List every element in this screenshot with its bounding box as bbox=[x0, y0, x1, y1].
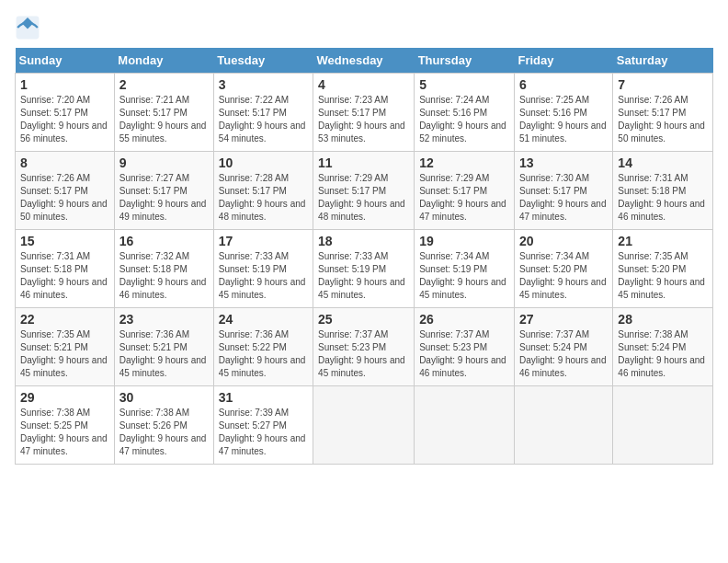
sunrise-label: Sunrise: 7:37 AM bbox=[419, 329, 489, 339]
header bbox=[15, 15, 713, 40]
day-number: 22 bbox=[20, 312, 109, 327]
day-info: Sunrise: 7:23 AM Sunset: 5:17 PM Dayligh… bbox=[318, 94, 409, 145]
daylight-label: Daylight: 9 hours and 46 minutes. bbox=[519, 355, 607, 378]
day-info: Sunrise: 7:35 AM Sunset: 5:20 PM Dayligh… bbox=[618, 250, 708, 302]
day-number: 6 bbox=[519, 77, 608, 92]
week-row: 8 Sunrise: 7:26 AM Sunset: 5:17 PM Dayli… bbox=[16, 152, 713, 230]
week-row: 29 Sunrise: 7:38 AM Sunset: 5:25 PM Dayl… bbox=[16, 386, 713, 465]
sunrise-label: Sunrise: 7:35 AM bbox=[20, 329, 90, 339]
weekday-header: Friday bbox=[514, 48, 612, 74]
calendar-cell: 19 Sunrise: 7:34 AM Sunset: 5:19 PM Dayl… bbox=[415, 230, 515, 308]
day-number: 20 bbox=[519, 234, 608, 248]
sunrise-label: Sunrise: 7:36 AM bbox=[119, 329, 189, 339]
day-number: 29 bbox=[20, 390, 109, 405]
sunrise-label: Sunrise: 7:27 AM bbox=[119, 173, 189, 183]
daylight-label: Daylight: 9 hours and 45 minutes. bbox=[20, 355, 108, 378]
daylight-label: Daylight: 9 hours and 47 minutes. bbox=[20, 433, 108, 456]
calendar-cell: 24 Sunrise: 7:36 AM Sunset: 5:22 PM Dayl… bbox=[213, 308, 313, 386]
sunset-label: Sunset: 5:17 PM bbox=[20, 186, 88, 196]
sunset-label: Sunset: 5:23 PM bbox=[419, 342, 487, 352]
logo bbox=[15, 15, 44, 40]
daylight-label: Daylight: 9 hours and 52 minutes. bbox=[419, 121, 506, 144]
sunrise-label: Sunrise: 7:35 AM bbox=[618, 251, 688, 261]
calendar-cell bbox=[514, 386, 612, 465]
daylight-label: Daylight: 9 hours and 45 minutes. bbox=[219, 355, 306, 378]
calendar-cell: 28 Sunrise: 7:38 AM Sunset: 5:24 PM Dayl… bbox=[613, 308, 713, 386]
sunset-label: Sunset: 5:20 PM bbox=[519, 264, 587, 274]
sunrise-label: Sunrise: 7:31 AM bbox=[20, 251, 90, 261]
day-info: Sunrise: 7:36 AM Sunset: 5:21 PM Dayligh… bbox=[119, 328, 209, 380]
calendar-cell: 5 Sunrise: 7:24 AM Sunset: 5:16 PM Dayli… bbox=[415, 74, 515, 152]
day-number: 19 bbox=[419, 234, 509, 248]
day-info: Sunrise: 7:21 AM Sunset: 5:17 PM Dayligh… bbox=[119, 94, 209, 145]
daylight-label: Daylight: 9 hours and 45 minutes. bbox=[419, 277, 506, 300]
day-info: Sunrise: 7:24 AM Sunset: 5:16 PM Dayligh… bbox=[419, 94, 509, 145]
sunrise-label: Sunrise: 7:38 AM bbox=[20, 408, 90, 418]
daylight-label: Daylight: 9 hours and 55 minutes. bbox=[119, 121, 207, 144]
calendar-cell bbox=[415, 386, 515, 465]
sunrise-label: Sunrise: 7:30 AM bbox=[519, 173, 589, 183]
sunrise-label: Sunrise: 7:39 AM bbox=[219, 408, 289, 418]
sunrise-label: Sunrise: 7:22 AM bbox=[219, 95, 289, 105]
day-info: Sunrise: 7:36 AM Sunset: 5:22 PM Dayligh… bbox=[219, 328, 308, 380]
day-info: Sunrise: 7:31 AM Sunset: 5:18 PM Dayligh… bbox=[20, 250, 109, 302]
day-number: 1 bbox=[20, 77, 109, 92]
daylight-label: Daylight: 9 hours and 45 minutes. bbox=[318, 355, 405, 378]
sunset-label: Sunset: 5:19 PM bbox=[318, 264, 386, 274]
daylight-label: Daylight: 9 hours and 47 minutes. bbox=[419, 199, 506, 222]
daylight-label: Daylight: 9 hours and 45 minutes. bbox=[519, 277, 607, 300]
day-info: Sunrise: 7:35 AM Sunset: 5:21 PM Dayligh… bbox=[20, 328, 109, 380]
day-number: 8 bbox=[20, 155, 109, 170]
sunset-label: Sunset: 5:18 PM bbox=[618, 186, 686, 196]
calendar-cell: 1 Sunrise: 7:20 AM Sunset: 5:17 PM Dayli… bbox=[16, 74, 115, 152]
calendar-cell bbox=[613, 386, 713, 465]
sunset-label: Sunset: 5:17 PM bbox=[219, 186, 287, 196]
day-number: 28 bbox=[618, 312, 708, 327]
daylight-label: Daylight: 9 hours and 51 minutes. bbox=[519, 121, 607, 144]
day-info: Sunrise: 7:37 AM Sunset: 5:24 PM Dayligh… bbox=[519, 328, 608, 380]
day-number: 18 bbox=[318, 234, 409, 248]
sunrise-label: Sunrise: 7:33 AM bbox=[219, 251, 289, 261]
daylight-label: Daylight: 9 hours and 46 minutes. bbox=[119, 277, 207, 300]
day-info: Sunrise: 7:29 AM Sunset: 5:17 PM Dayligh… bbox=[318, 172, 409, 224]
sunset-label: Sunset: 5:17 PM bbox=[119, 186, 188, 196]
daylight-label: Daylight: 9 hours and 56 minutes. bbox=[20, 121, 108, 144]
day-info: Sunrise: 7:29 AM Sunset: 5:17 PM Dayligh… bbox=[419, 172, 509, 224]
sunrise-label: Sunrise: 7:24 AM bbox=[419, 95, 489, 105]
sunrise-label: Sunrise: 7:20 AM bbox=[20, 95, 90, 105]
day-number: 24 bbox=[219, 312, 308, 327]
day-number: 7 bbox=[618, 77, 708, 92]
day-info: Sunrise: 7:25 AM Sunset: 5:16 PM Dayligh… bbox=[519, 94, 608, 145]
day-info: Sunrise: 7:37 AM Sunset: 5:23 PM Dayligh… bbox=[419, 328, 509, 380]
sunrise-label: Sunrise: 7:26 AM bbox=[20, 173, 90, 183]
daylight-label: Daylight: 9 hours and 46 minutes. bbox=[20, 277, 108, 300]
daylight-label: Daylight: 9 hours and 54 minutes. bbox=[219, 121, 306, 144]
week-row: 1 Sunrise: 7:20 AM Sunset: 5:17 PM Dayli… bbox=[16, 74, 713, 152]
day-number: 13 bbox=[519, 155, 608, 170]
weekday-header-row: SundayMondayTuesdayWednesdayThursdayFrid… bbox=[16, 48, 713, 74]
sunset-label: Sunset: 5:17 PM bbox=[20, 108, 88, 118]
day-number: 23 bbox=[119, 312, 209, 327]
daylight-label: Daylight: 9 hours and 48 minutes. bbox=[219, 199, 306, 222]
day-number: 15 bbox=[20, 234, 109, 248]
day-number: 9 bbox=[119, 155, 209, 170]
daylight-label: Daylight: 9 hours and 50 minutes. bbox=[618, 121, 705, 144]
calendar-cell: 25 Sunrise: 7:37 AM Sunset: 5:23 PM Dayl… bbox=[313, 308, 415, 386]
logo-icon bbox=[15, 15, 40, 40]
day-number: 11 bbox=[318, 155, 409, 170]
sunset-label: Sunset: 5:22 PM bbox=[219, 342, 287, 352]
day-number: 21 bbox=[618, 234, 708, 248]
sunset-label: Sunset: 5:26 PM bbox=[119, 420, 188, 431]
sunrise-label: Sunrise: 7:25 AM bbox=[519, 95, 589, 105]
calendar-cell: 11 Sunrise: 7:29 AM Sunset: 5:17 PM Dayl… bbox=[313, 152, 415, 230]
sunrise-label: Sunrise: 7:26 AM bbox=[618, 95, 688, 105]
day-number: 4 bbox=[318, 77, 409, 92]
day-info: Sunrise: 7:39 AM Sunset: 5:27 PM Dayligh… bbox=[219, 407, 308, 458]
calendar-cell: 13 Sunrise: 7:30 AM Sunset: 5:17 PM Dayl… bbox=[514, 152, 612, 230]
daylight-label: Daylight: 9 hours and 47 minutes. bbox=[119, 433, 207, 456]
sunset-label: Sunset: 5:17 PM bbox=[219, 108, 287, 118]
sunrise-label: Sunrise: 7:34 AM bbox=[419, 251, 489, 261]
sunrise-label: Sunrise: 7:29 AM bbox=[318, 173, 388, 183]
sunset-label: Sunset: 5:19 PM bbox=[219, 264, 287, 274]
day-number: 17 bbox=[219, 234, 308, 248]
